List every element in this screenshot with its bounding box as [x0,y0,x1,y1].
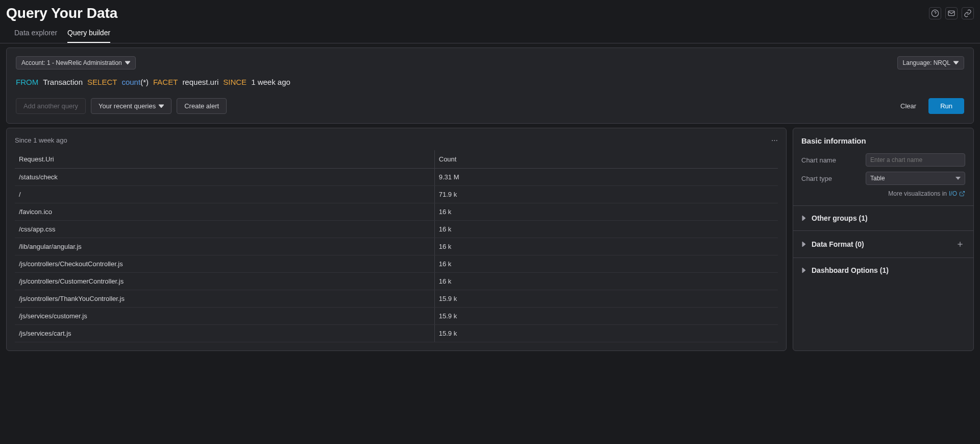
table-row[interactable]: /js/services/customer.js15.9 k [15,308,778,325]
cell-uri: /js/controllers/CustomerController.js [15,273,434,290]
cell-uri: /js/controllers/CheckoutController.js [15,255,434,273]
chart-type-value: Table [870,175,885,182]
recent-queries-label: Your recent queries [99,102,156,110]
tab-query-builder[interactable]: Query builder [67,29,110,43]
chevron-down-icon [159,104,164,109]
mail-icon[interactable] [945,7,958,19]
account-selector-label: Account: 1 - NewRelic Administration [21,59,122,66]
cell-uri: /js/services/customer.js [15,308,434,325]
more-viz-text: More visualizations in [888,190,947,197]
table-row[interactable]: /js/controllers/CheckoutController.js16 … [15,255,778,273]
add-format-button[interactable] [955,239,965,249]
query-facet-field: request.uri [182,78,218,86]
cell-count: 16 k [434,255,778,273]
language-selector[interactable]: Language: NRQL [897,56,964,69]
svg-marker-9 [802,242,805,247]
run-button[interactable]: Run [928,98,964,114]
cell-count: 15.9 k [434,325,778,342]
link-icon[interactable] [962,7,974,19]
chart-name-label: Chart name [801,156,836,164]
keyword-facet: FACET [153,78,178,86]
cell-uri: /lib/angular/angular.js [15,238,434,255]
since-label: Since 1 week ago [15,136,67,144]
help-icon[interactable] [929,7,941,19]
svg-line-7 [962,192,965,195]
chevron-down-icon [955,176,961,181]
column-header-count[interactable]: Count [434,150,778,169]
svg-marker-3 [125,61,130,64]
table-row[interactable]: /js/controllers/ThankYouController.js15.… [15,290,778,308]
cell-uri: / [15,186,434,203]
chevron-right-icon [801,268,806,273]
chevron-down-icon [125,60,130,65]
cell-uri: /js/services/cart.js [15,325,434,342]
tab-data-explorer[interactable]: Data explorer [14,29,57,43]
create-alert-button[interactable]: Create alert [177,98,227,114]
data-format-label: Data Format (0) [812,240,864,248]
keyword-since: SINCE [223,78,247,86]
table-row[interactable]: /favicon.ico16 k [15,203,778,221]
more-options-icon[interactable]: ⋯ [771,136,778,144]
table-row[interactable]: /lib/angular/angular.js16 k [15,238,778,255]
query-function: count [121,78,140,86]
query-table: Transaction [43,78,83,86]
query-editor[interactable]: FROM Transaction SELECT count(*) FACET r… [16,78,964,87]
cell-count: 15.9 k [434,308,778,325]
svg-marker-4 [953,61,959,64]
plus-icon [956,240,964,248]
chart-type-select[interactable]: Table [866,172,965,185]
language-selector-label: Language: NRQL [903,59,950,66]
query-args: (*) [140,78,149,86]
chevron-right-icon [801,242,806,247]
other-groups-label: Other groups (1) [812,214,868,222]
account-selector[interactable]: Account: 1 - NewRelic Administration [16,56,136,69]
column-header-uri[interactable]: Request.Uri [15,150,434,169]
add-another-query-button: Add another query [16,98,86,114]
dashboard-options-label: Dashboard Options (1) [812,266,889,274]
cell-count: 71.9 k [434,186,778,203]
basic-info-header: Basic information [801,136,965,145]
cell-count: 15.9 k [434,290,778,308]
cell-count: 16 k [434,221,778,238]
chart-name-input[interactable] [866,153,965,167]
io-link[interactable]: I/O [949,190,957,197]
cell-uri: /favicon.ico [15,203,434,221]
svg-marker-6 [955,177,961,180]
svg-marker-5 [159,105,164,108]
cell-uri: /status/check [15,169,434,186]
chevron-down-icon [953,60,959,65]
table-row[interactable]: /css/app.css16 k [15,221,778,238]
data-format-accordion[interactable]: Data Format (0) [793,231,973,258]
cell-count: 9.31 M [434,169,778,186]
other-groups-accordion[interactable]: Other groups (1) [793,206,973,230]
cell-count: 16 k [434,273,778,290]
chevron-right-icon [801,216,806,221]
page-title: Query Your Data [6,5,117,21]
external-link-icon [959,191,965,197]
cell-count: 16 k [434,203,778,221]
cell-uri: /js/controllers/ThankYouController.js [15,290,434,308]
cell-count: 16 k [434,238,778,255]
table-row[interactable]: /status/check9.31 M [15,169,778,186]
table-row[interactable]: /71.9 k [15,186,778,203]
query-since-val: 1 week ago [251,78,290,86]
chart-type-label: Chart type [801,175,832,182]
svg-marker-12 [802,268,805,273]
keyword-from: FROM [16,78,38,86]
table-row[interactable]: /js/controllers/CustomerController.js16 … [15,273,778,290]
svg-marker-8 [802,216,805,221]
recent-queries-button[interactable]: Your recent queries [91,98,172,114]
keyword-select: SELECT [87,78,117,86]
dashboard-options-accordion[interactable]: Dashboard Options (1) [793,258,973,283]
table-row[interactable]: /js/services/cart.js15.9 k [15,325,778,342]
clear-button[interactable]: Clear [893,98,923,114]
cell-uri: /css/app.css [15,221,434,238]
results-table: Request.Uri Count /status/check9.31 M/71… [15,150,778,342]
